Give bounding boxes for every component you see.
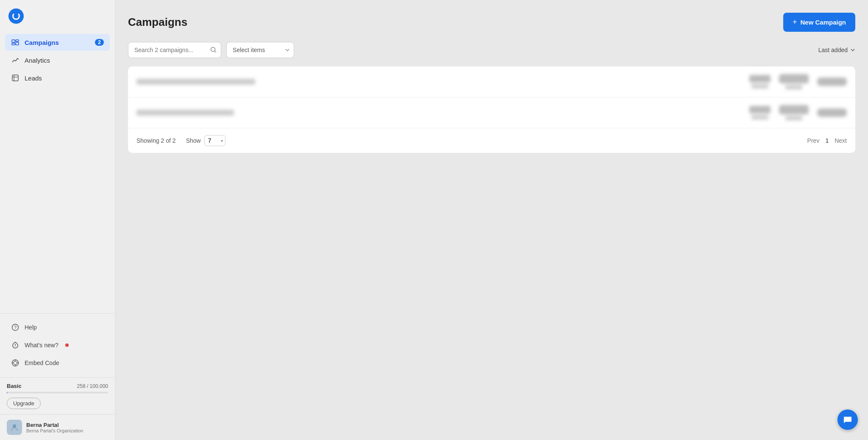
notification-dot [65,343,69,347]
sidebar-item-embed-code[interactable]: Embed Code [5,354,110,371]
logo-area[interactable] [0,0,115,30]
main-content: Campaigns + New Campaign Select items [115,0,868,440]
campaigns-badge: 2 [95,39,104,46]
sidebar-analytics-label: Analytics [25,57,50,64]
svg-rect-1 [12,43,15,45]
svg-point-12 [14,361,17,365]
sidebar: Campaigns 2 Analytics Leads [0,0,115,440]
plan-header: Basic 258 / 100.000 [7,383,108,389]
show-select-wrap: Showing 2 of 2 Show 57102550 ▾ [136,135,225,146]
search-icon [210,47,217,53]
chat-bubble-button[interactable] [837,410,858,430]
stat-num [779,74,809,83]
campaign-stat-1 [749,106,771,119]
avatar [7,420,22,435]
plan-progress-bar [7,392,108,393]
sort-button[interactable]: Last added [818,47,855,53]
campaign-row-blur-2 [136,105,847,120]
svg-point-17 [13,424,16,428]
sidebar-nav: Campaigns 2 Analytics Leads [0,30,115,313]
campaign-stat-2 [779,105,809,120]
campaign-status [817,77,847,86]
sort-chevron-icon [850,47,855,53]
show-select-container: 57102550 ▾ [204,135,225,146]
svg-text:?: ? [14,325,17,330]
pagination-bar: Showing 2 of 2 Show 57102550 ▾ Prev 1 Ne… [128,128,855,153]
stat-label [785,116,802,120]
show-select[interactable]: 57102550 [204,135,225,146]
table-row[interactable] [128,66,855,97]
campaign-name-blur [136,110,234,116]
new-campaign-button[interactable]: + New Campaign [783,13,855,32]
plan-name: Basic [7,383,22,389]
user-org: Berna Partal's Organization [26,428,83,433]
whats-new-icon [11,341,19,349]
toolbar: Select items Last added [128,42,855,58]
svg-point-18 [211,47,215,52]
embed-code-icon [11,359,19,367]
campaign-name-blur [136,79,255,85]
user-name: Berna Partal [26,422,83,428]
select-items-dropdown[interactable]: Select items [226,42,294,58]
user-section[interactable]: Berna Partal Berna Partal's Organization [0,414,115,440]
help-icon: ? [11,323,19,332]
svg-rect-2 [16,40,19,42]
sidebar-item-leads[interactable]: Leads [5,69,110,86]
plus-icon: + [793,18,797,27]
campaign-stat-1 [749,75,771,89]
help-label: Help [25,324,37,331]
logo-icon [12,12,20,20]
table-row[interactable] [128,97,855,128]
sort-label: Last added [818,47,848,53]
app-logo [8,8,24,24]
plan-progress-fill [7,392,7,393]
sidebar-item-analytics[interactable]: Analytics [5,52,110,69]
campaign-stat-2 [779,74,809,89]
next-button[interactable]: Next [835,137,847,144]
campaigns-list: Showing 2 of 2 Show 57102550 ▾ Prev 1 Ne… [128,66,855,153]
plan-section: Basic 258 / 100.000 Upgrade [0,377,115,414]
sidebar-leads-label: Leads [25,75,42,82]
leads-icon [11,74,19,82]
select-items-wrapper: Select items [226,42,294,58]
search-wrapper [128,42,221,58]
svg-rect-3 [16,42,19,45]
campaign-row-blur-1 [136,74,847,89]
embed-code-label: Embed Code [25,360,59,366]
user-info: Berna Partal Berna Partal's Organization [26,422,83,433]
prev-button[interactable]: Prev [807,137,820,144]
stat-num [749,75,771,83]
search-input[interactable] [128,42,221,58]
plan-usage: 258 / 100.000 [77,383,108,389]
current-page: 1 [825,137,829,144]
pagination-controls: Prev 1 Next [807,137,847,144]
page-title: Campaigns [128,16,187,29]
stat-num [749,106,771,113]
svg-line-19 [215,51,217,53]
showing-text: Showing 2 of 2 [136,137,176,144]
sidebar-campaigns-label: Campaigns [25,39,59,46]
page-header: Campaigns + New Campaign [128,13,855,32]
campaign-status [817,108,847,117]
chat-icon [843,415,852,424]
stat-label [751,115,768,119]
svg-rect-4 [12,75,18,81]
upgrade-button[interactable]: Upgrade [7,398,41,409]
svg-point-10 [15,346,16,347]
sidebar-bottom-nav: ? Help What's new? [0,313,115,377]
campaigns-icon [11,38,19,47]
analytics-icon [11,56,19,64]
stat-label [751,84,768,89]
sidebar-item-campaigns[interactable]: Campaigns 2 [5,34,110,51]
show-label: Show [186,137,201,144]
new-campaign-label: New Campaign [800,19,846,26]
whats-new-label: What's new? [25,342,58,349]
sidebar-item-whats-new[interactable]: What's new? [5,337,110,354]
stat-num [779,105,809,114]
stat-label [785,85,802,89]
svg-rect-0 [12,40,15,42]
sidebar-item-help[interactable]: ? Help [5,319,110,336]
